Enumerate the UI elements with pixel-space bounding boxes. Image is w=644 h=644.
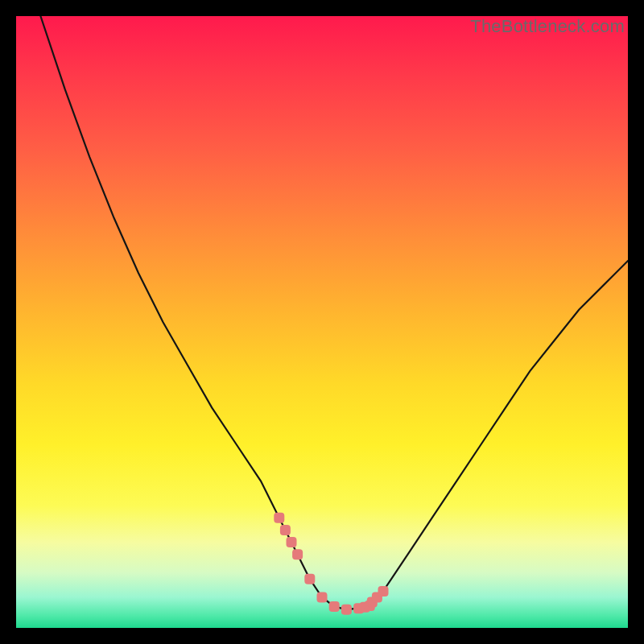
chart-svg <box>16 16 628 628</box>
curve-marker <box>341 605 352 615</box>
plot-area: TheBottleneck.com <box>16 16 628 628</box>
curve-marker <box>378 586 389 597</box>
curve-marker <box>280 525 291 535</box>
curve-marker <box>329 601 340 612</box>
curve-marker <box>287 537 297 547</box>
chart-frame: TheBottleneck.com <box>0 0 644 644</box>
curve-marker <box>274 513 284 523</box>
curve-marker <box>317 592 328 603</box>
bottleneck-curve <box>40 16 628 609</box>
curve-marker <box>304 574 315 584</box>
curve-marker <box>292 549 303 559</box>
marker-group <box>274 513 388 615</box>
watermark-text: TheBottleneck.com <box>470 16 625 37</box>
